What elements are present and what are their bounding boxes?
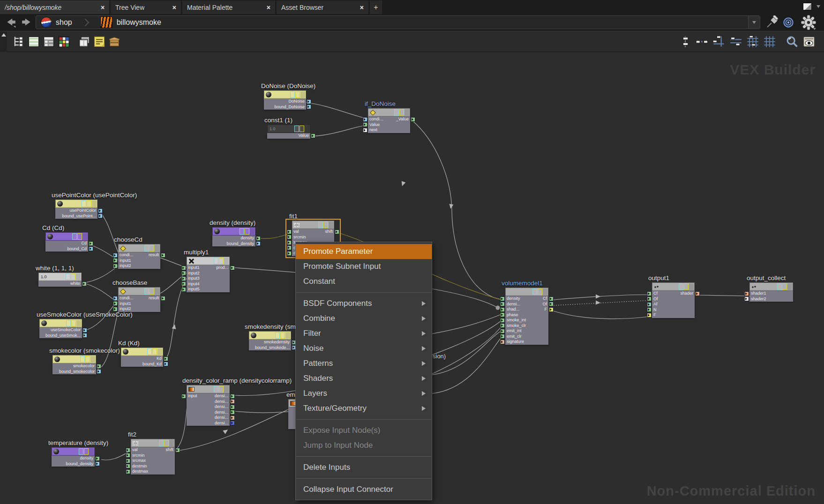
output-connector[interactable]: [95, 456, 100, 461]
tab-close-icon[interactable]: ×: [168, 4, 176, 11]
input-connector[interactable]: [500, 302, 505, 306]
node-flags[interactable]: [66, 320, 81, 326]
node-flag-f3[interactable]: [76, 274, 81, 280]
node-header[interactable]: [52, 355, 96, 363]
node-flags[interactable]: [144, 288, 159, 295]
input-connector[interactable]: [363, 128, 367, 133]
input-connector[interactable]: [500, 323, 505, 328]
node-flag-f1[interactable]: [80, 356, 85, 363]
node-flag-f2[interactable]: [84, 448, 89, 455]
node-output1[interactable]: output1CfshaderOfAfNF: [652, 282, 695, 318]
output-connector[interactable]: [311, 133, 315, 138]
input-connector[interactable]: [113, 301, 118, 306]
input-connector[interactable]: [113, 296, 118, 301]
node-flag-f3[interactable]: [300, 91, 305, 98]
node-flag-f3[interactable]: [689, 283, 694, 290]
node-flag-f3[interactable]: [224, 386, 229, 393]
input-connector[interactable]: [287, 240, 292, 245]
node-header[interactable]: [39, 319, 82, 327]
node-flag-f1[interactable]: [159, 440, 164, 446]
node-flags[interactable]: [294, 126, 309, 132]
node-flags[interactable]: [79, 448, 94, 455]
node-donoise[interactable]: DoNoise (DoNoise)DoNoisebound_DoNoise: [264, 90, 306, 110]
node-flags[interactable]: [147, 348, 162, 355]
output-connector[interactable]: [89, 241, 93, 246]
node-white[interactable]: white (1, 1, 1)1.0white: [38, 273, 82, 287]
menu-item-texture-geometry[interactable]: Texture/Geometry: [296, 401, 432, 416]
input-connector[interactable]: [287, 230, 292, 234]
input-connector[interactable]: [647, 307, 652, 312]
node-flag-f1[interactable]: [294, 126, 299, 132]
input-connector[interactable]: [126, 469, 130, 474]
input-connector[interactable]: [363, 122, 367, 127]
node-output-collect[interactable]: output_collectshader1shader2: [749, 282, 793, 302]
input-connector[interactable]: [181, 266, 186, 270]
input-connector[interactable]: [126, 448, 130, 452]
input-connector[interactable]: [287, 235, 292, 239]
node-flag-f1[interactable]: [394, 109, 399, 116]
node-flag-f1[interactable]: [72, 233, 77, 240]
node-flag-f1[interactable]: [318, 222, 323, 228]
zoom-icon[interactable]: [786, 35, 799, 48]
menu-item-constant[interactable]: Constant: [296, 274, 432, 289]
node-flag-f3[interactable]: [155, 288, 159, 295]
node-header[interactable]: 1.0: [267, 125, 310, 133]
menu-item-delete-inputs[interactable]: Delete Inputs: [296, 460, 432, 475]
node-kd[interactable]: Kd (Kd)Kdbound_Kd: [121, 348, 163, 367]
node-flag-f1[interactable]: [147, 348, 152, 355]
node-flag-f3[interactable]: [329, 222, 333, 228]
node-flags[interactable]: [214, 386, 229, 393]
node-flag-f2[interactable]: [150, 288, 154, 295]
display-options-icon[interactable]: [802, 35, 816, 48]
layout-panes-icon[interactable]: [78, 35, 91, 48]
node-flags[interactable]: [679, 283, 694, 290]
node-flags[interactable]: [66, 274, 81, 280]
menu-item-promote-parameter[interactable]: Promote Parameter: [296, 244, 432, 259]
menu-item-layers[interactable]: Layers: [296, 386, 432, 401]
input-connector[interactable]: [126, 464, 130, 468]
node-multiply1[interactable]: multiply1input1prod...input2input3input4…: [187, 257, 230, 292]
output-connector[interactable]: [230, 266, 235, 270]
output-connector[interactable]: [549, 296, 554, 301]
node-flag-f2[interactable]: [164, 440, 169, 446]
output-connector[interactable]: [307, 99, 311, 104]
node-flags[interactable]: [240, 228, 255, 235]
node-flag-f1[interactable]: [290, 91, 295, 98]
menu-item-bsdf-components[interactable]: BSDF Components: [296, 296, 432, 311]
node-flag-f3[interactable]: [169, 440, 174, 446]
node-flags[interactable]: [275, 332, 290, 339]
output-connector[interactable]: [161, 296, 165, 301]
input-connector[interactable]: [113, 307, 118, 311]
input-connector[interactable]: [126, 459, 130, 463]
node-flags[interactable]: [72, 233, 87, 240]
input-connector[interactable]: [181, 287, 186, 292]
breadcrumb-context[interactable]: shop: [56, 18, 72, 27]
output-connector[interactable]: [98, 208, 103, 213]
snap-grid-icon[interactable]: [746, 35, 759, 48]
pin-icon[interactable]: [765, 15, 780, 30]
node-if-donoise[interactable]: if_DoNoisecondi..._ValueValuenext: [368, 108, 410, 133]
node-flag-f2[interactable]: [85, 356, 90, 363]
node-header[interactable]: [249, 331, 291, 340]
output-connector[interactable]: [82, 328, 87, 333]
node-header[interactable]: 1.0: [38, 273, 82, 281]
output-connector[interactable]: [175, 448, 180, 452]
node-flag-f1[interactable]: [275, 332, 280, 339]
input-connector[interactable]: [647, 313, 652, 318]
node-volumemodel1[interactable]: volumemodel1densityCfdensi...Ofshad...Fp…: [505, 288, 548, 345]
output-connector[interactable]: [230, 405, 235, 409]
input-connector[interactable]: [287, 251, 292, 256]
input-connector[interactable]: [744, 296, 749, 301]
forward-button[interactable]: [20, 16, 34, 29]
input-connector[interactable]: [744, 291, 749, 296]
node-temperature[interactable]: temperature (density)densitybound_densit…: [52, 447, 95, 467]
input-connector[interactable]: [113, 264, 118, 268]
node-flag-f2[interactable]: [71, 274, 75, 280]
tab-asset-browser[interactable]: Asset Browser×: [277, 0, 368, 14]
node-flag-f3[interactable]: [224, 258, 229, 264]
node-fit2[interactable]: fit2valshiftsrcminsrcmaxdestmindestmax: [131, 439, 175, 474]
node-flag-f2[interactable]: [77, 233, 82, 240]
input-connector[interactable]: [126, 453, 130, 458]
node-flag-f3[interactable]: [305, 126, 309, 132]
output-connector[interactable]: [256, 241, 261, 246]
